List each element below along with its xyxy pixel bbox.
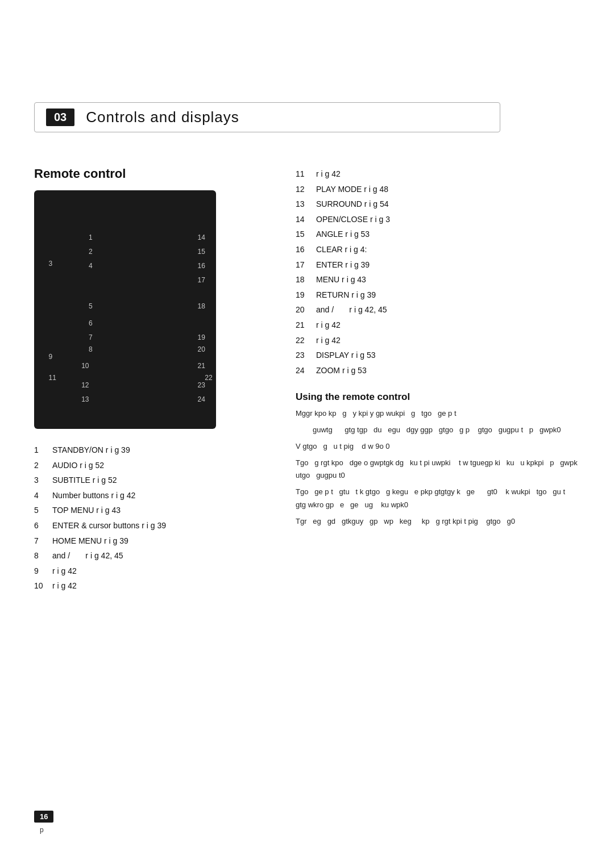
remote-label-21: 21 xyxy=(197,362,205,370)
remote-control-diagram: 1 2 3 4 5 6 7 8 9 10 11 12 13 14 15 16 1… xyxy=(34,190,216,429)
remote-label-3: 3 xyxy=(49,260,53,268)
remote-label-9: 9 xyxy=(49,353,53,361)
list-item: 21r i g 42 xyxy=(296,318,580,333)
remote-label-17: 17 xyxy=(197,276,205,284)
remote-label-19: 19 xyxy=(197,333,205,341)
remote-label-2: 2 xyxy=(89,248,93,256)
list-item: 9r i g 42 xyxy=(34,564,273,579)
right-list: 11r i g 42 12PLAY MODE r i g 48 13SURROU… xyxy=(296,166,580,378)
list-item: 2AUDIO r i g 52 xyxy=(34,458,273,473)
list-item: 10r i g 42 xyxy=(34,578,273,594)
using-para-3: V gtgo g u t pig d w 9o 0 xyxy=(296,440,580,453)
list-item: 24ZOOM r i g 53 xyxy=(296,363,580,378)
remote-label-15: 15 xyxy=(197,248,205,256)
chapter-header: 03 Controls and displays xyxy=(34,102,500,132)
list-item: 23DISPLAY r i g 53 xyxy=(296,348,580,363)
remote-label-16: 16 xyxy=(197,262,205,270)
list-item: 13SURROUND r i g 54 xyxy=(296,197,580,212)
remote-label-18: 18 xyxy=(197,302,205,310)
chapter-title: Controls and displays xyxy=(86,108,239,126)
remote-label-10: 10 xyxy=(81,362,89,370)
list-item: 16CLEAR r i g 4: xyxy=(296,242,580,257)
main-content: Remote control 1 2 3 4 5 6 7 8 9 10 11 1… xyxy=(34,166,580,594)
list-item: 3SUBTITLE r i g 52 xyxy=(34,473,273,488)
using-para-6: Tgr eg gd gtkguy gp wp keg kp g rgt kpi … xyxy=(296,515,580,528)
remote-label-5: 5 xyxy=(89,302,93,310)
list-item: 14OPEN/CLOSE r i g 3 xyxy=(296,212,580,227)
using-para-1: Mggr kpo kp g y kpi y gp wukpi g tgo ge … xyxy=(296,407,580,420)
list-item: 12PLAY MODE r i g 48 xyxy=(296,182,580,197)
list-item: 6ENTER & cursor buttons r i g 39 xyxy=(34,518,273,533)
using-para-4: Tgo g rgt kpo dge o gwptgk dg ku t pi uw… xyxy=(296,457,580,483)
list-item: 8and / r i g 42, 45 xyxy=(34,548,273,564)
using-heading: Using the remote control xyxy=(296,391,580,403)
chapter-number: 03 xyxy=(46,108,74,126)
list-item: 7HOME MENU r i g 39 xyxy=(34,533,273,549)
remote-label-6: 6 xyxy=(89,319,93,327)
list-item: 11r i g 42 xyxy=(296,166,580,182)
list-item: 1STANDBY/ON r i g 39 xyxy=(34,443,273,458)
remote-control-heading: Remote control xyxy=(34,166,273,181)
list-item: 15ANGLE r i g 53 xyxy=(296,227,580,242)
list-item: 22r i g 42 xyxy=(296,333,580,348)
using-para-2: guwtg gtg tgp du egu dgy ggp gtgo g p gt… xyxy=(296,424,580,437)
right-column: 11r i g 42 12PLAY MODE r i g 48 13SURROU… xyxy=(296,166,580,594)
remote-label-1: 1 xyxy=(89,233,93,241)
page-number: 16 xyxy=(34,811,53,823)
remote-label-12: 12 xyxy=(81,381,89,389)
remote-label-24: 24 xyxy=(197,395,205,403)
using-para-5: Tgo ge p t gtu t k gtgo g kegu e pkp gtg… xyxy=(296,486,580,512)
list-item: 20and / r i g 42, 45 xyxy=(296,302,580,318)
items-list: 1STANDBY/ON r i g 39 2AUDIO r i g 52 3SU… xyxy=(34,443,273,594)
remote-label-11: 11 xyxy=(49,374,56,382)
remote-label-14: 14 xyxy=(197,233,205,241)
remote-label-23: 23 xyxy=(197,381,205,389)
remote-label-13: 13 xyxy=(81,395,89,403)
left-column: Remote control 1 2 3 4 5 6 7 8 9 10 11 1… xyxy=(34,166,273,594)
list-item: 4Number buttons r i g 42 xyxy=(34,488,273,503)
remote-label-4: 4 xyxy=(89,262,93,270)
list-item: 18MENU r i g 43 xyxy=(296,272,580,287)
list-item: 17ENTER r i g 39 xyxy=(296,257,580,273)
remote-label-22: 22 xyxy=(205,374,212,382)
remote-label-7: 7 xyxy=(89,333,93,341)
remote-label-20: 20 xyxy=(197,345,205,353)
list-item: 19RETURN r i g 39 xyxy=(296,287,580,303)
using-text: Mggr kpo kp g y kpi y gp wukpi g tgo ge … xyxy=(296,407,580,528)
page-label: p xyxy=(40,826,44,834)
list-item: 5TOP MENU r i g 43 xyxy=(34,503,273,518)
remote-label-8: 8 xyxy=(89,345,93,353)
